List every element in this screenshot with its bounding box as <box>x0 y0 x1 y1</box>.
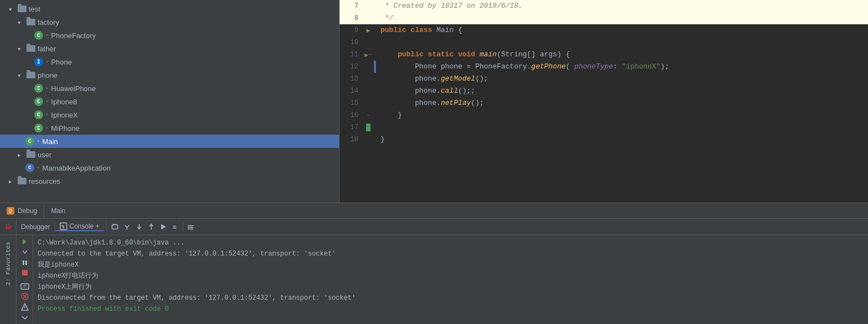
tree-item-phone-interface[interactable]: I ◦ Phone <box>0 55 339 68</box>
line-num-16: 16 <box>340 109 363 121</box>
line-content-14: phone.call();; <box>376 85 475 97</box>
line-content-12: Phone phone = PhoneFactory.getPhone( pho… <box>376 61 669 73</box>
line-content-15: phone.netPlay(); <box>376 97 484 109</box>
jrebel-badge: 🐞 <box>4 223 12 230</box>
tree-label-phone: Phone <box>51 58 72 66</box>
gutter-16: − <box>363 109 374 121</box>
arrow-down-icon <box>18 45 25 52</box>
tree-item-phonefactory[interactable]: C ◦ PhoneFactory <box>0 29 339 42</box>
run-arrow-icon[interactable]: ▶ <box>364 51 368 59</box>
arrow-right-icon <box>9 177 17 185</box>
resume-btn[interactable] <box>18 237 32 247</box>
tree-item-huawei[interactable]: C ◦ HuaweiPhone <box>0 82 339 95</box>
gutter-17 <box>363 121 374 134</box>
watch-btn[interactable] <box>18 281 32 291</box>
jrebel-sidebar: 2: Favorites <box>0 235 17 324</box>
gutter-14 <box>363 85 374 97</box>
debugger-tab[interactable]: Debugger <box>17 221 55 233</box>
step-out-btn[interactable] <box>145 221 157 233</box>
tab-separator2 <box>106 222 107 232</box>
code-editor[interactable]: 7 * Created by 18317 on 2019/6/18. 8 */ … <box>340 0 868 203</box>
tree-item-iphone8[interactable]: C ◦ Iphone8 <box>0 95 339 108</box>
fold-icon[interactable]: − <box>369 52 372 58</box>
code-line-11: 11 ▶ − public static void main(String[] … <box>340 49 868 61</box>
tree-item-main[interactable]: C ◦ Main <box>0 135 339 148</box>
line-num-14: 14 <box>340 85 363 97</box>
down-icon <box>21 248 29 256</box>
decorator: ◦ <box>45 125 49 131</box>
tree-item-phone-folder[interactable]: phone <box>0 68 339 82</box>
jrebel-label[interactable]: 2: Favorites <box>5 237 12 290</box>
down-btn[interactable] <box>18 248 32 257</box>
down2-btn[interactable] <box>18 312 32 322</box>
svg-rect-5 <box>112 225 118 229</box>
restart-btn[interactable] <box>109 221 121 233</box>
tree-label-user: user <box>38 151 51 159</box>
jrebel-icon[interactable]: 🐞 <box>0 219 17 235</box>
tree-label-iphone8: Iphone8 <box>51 98 77 106</box>
class-c-icon: C <box>34 110 43 119</box>
line-content-13: phone.getModel(); <box>376 73 488 85</box>
console-tab-label: Console + <box>70 222 99 230</box>
warning-btn[interactable] <box>18 302 32 312</box>
restart-icon <box>111 223 119 231</box>
line-num-18: 18 <box>340 134 363 146</box>
tree-item-miphone[interactable]: C ◦ MiPhone <box>0 121 339 135</box>
tree-item-father[interactable]: father <box>0 42 339 55</box>
file-tree: test factory C ◦ PhoneFactory father <box>0 0 340 203</box>
eval-btn[interactable]: ≡ <box>170 221 182 233</box>
tree-item-user[interactable]: user <box>0 148 339 161</box>
code-line-18: 18 } <box>340 134 868 146</box>
tree-item-mamabike[interactable]: C ◦ MamabikeApplication <box>0 161 339 174</box>
settings-btn[interactable] <box>184 221 197 233</box>
tree-label-huawei: HuaweiPhone <box>51 84 96 93</box>
console-line-2: Connected to the target VM, address: '12… <box>38 248 864 259</box>
gutter-15 <box>363 97 374 109</box>
tree-item-iphonex[interactable]: C ◦ IphoneX <box>0 108 339 121</box>
line-content-9: public class Main { <box>376 24 462 36</box>
svg-rect-14 <box>25 261 27 265</box>
watch-icon <box>20 282 29 291</box>
gutter-10 <box>363 36 374 49</box>
warning-icon <box>21 303 29 311</box>
class-c-icon: C <box>34 84 43 93</box>
step-over-icon <box>123 223 131 231</box>
pause-btn[interactable] <box>18 258 32 267</box>
step-over-btn[interactable] <box>121 221 133 233</box>
run-arrow-icon[interactable]: ▶ <box>366 26 370 35</box>
line-num-10: 10 <box>340 36 363 49</box>
code-line-15: 15 phone.netPlay(); <box>340 97 868 109</box>
line-num-9: 9 <box>340 24 363 36</box>
tree-item-resources[interactable]: resources <box>0 174 339 188</box>
decorator: ◦ <box>45 111 49 118</box>
tree-item-test[interactable]: test <box>0 2 339 15</box>
error-btn[interactable] <box>18 292 32 301</box>
fold-icon[interactable]: − <box>367 113 370 119</box>
tree-label-mamabike: MamabikeApplication <box>43 164 111 172</box>
gutter-13 <box>363 73 374 85</box>
green-marker <box>366 124 371 131</box>
line-num-8: 8 <box>340 12 363 24</box>
tree-label-phonefactory: PhoneFactory <box>51 31 96 40</box>
settings-icon <box>187 223 194 231</box>
tree-item-factory[interactable]: factory <box>0 15 339 29</box>
svg-rect-10 <box>188 225 193 226</box>
line-content-11: public static void main(String[] args) { <box>376 49 570 61</box>
toolbar-separator <box>183 222 183 232</box>
console-line-4: iphoneX打电话行为 <box>38 270 864 281</box>
tree-label-phone-folder: phone <box>38 71 57 79</box>
run-cursor-btn[interactable] <box>157 221 170 233</box>
console-tab[interactable]: Console + <box>55 222 104 231</box>
folder-icon <box>27 18 35 26</box>
line-num-11: 11 <box>340 49 363 61</box>
debug-tab-row: D Debug Main <box>0 203 868 219</box>
svg-text:≡: ≡ <box>173 224 177 231</box>
stop-btn[interactable] <box>18 268 32 278</box>
svg-rect-11 <box>188 227 193 228</box>
line-num-12: 12 <box>340 61 363 73</box>
decorator: ◦ <box>45 59 49 65</box>
debug-label: D Debug <box>0 203 44 218</box>
console-output[interactable]: C:\Work\Java\jdk1.8.0_60\bin\java ... Co… <box>33 235 868 324</box>
step-into-btn[interactable] <box>133 221 145 233</box>
tree-label-resources: resources <box>29 177 60 185</box>
